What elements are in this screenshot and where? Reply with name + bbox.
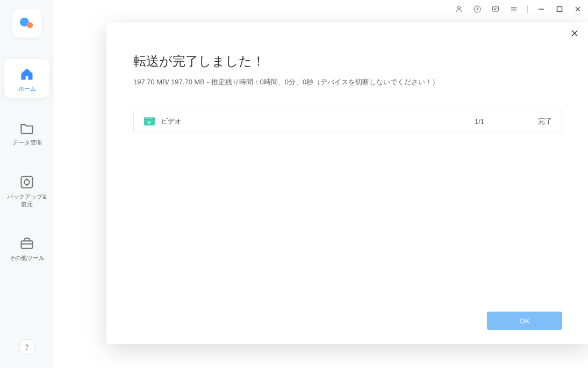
- dialog-subtitle: 197.70 MB/ 197.70 MB - 推定残り時間：0時間、0分、0秒（…: [133, 77, 562, 87]
- backup-icon: [19, 175, 34, 190]
- svg-point-1: [27, 22, 33, 28]
- video-icon: [144, 116, 155, 127]
- nav-data-label: データ管理: [12, 139, 42, 146]
- modal-overlay: 転送が完了しました！ 197.70 MB/ 197.70 MB - 推定残り時間…: [54, 0, 588, 368]
- svg-point-4: [26, 349, 27, 349]
- nav-data[interactable]: データ管理: [4, 113, 49, 151]
- svg-rect-3: [21, 241, 33, 249]
- folder-icon: [19, 120, 34, 135]
- ok-button[interactable]: OK: [487, 312, 562, 330]
- svg-point-12: [146, 118, 147, 119]
- nav-home-label: ホーム: [18, 85, 36, 92]
- svg-rect-2: [21, 176, 33, 187]
- sidebar: ホーム データ管理 バックアップ& 復元 その他ツール: [0, 0, 54, 368]
- transfer-item-name: ビデオ: [161, 117, 182, 126]
- svg-point-14: [149, 118, 150, 119]
- transfer-item-count: 1/1: [475, 118, 484, 126]
- nav-backup-label: バックアップ& 復元: [7, 193, 46, 208]
- help-button[interactable]: [19, 339, 35, 355]
- dialog-close-button[interactable]: [569, 27, 580, 39]
- dialog-title: 転送が完了しました！: [133, 53, 562, 70]
- main-area: ング 3 転送が完了しました！ 197.70 MB/ 197.70 MB - 推…: [54, 0, 588, 368]
- nav-backup[interactable]: バックアップ& 復元: [4, 167, 49, 214]
- nav-home[interactable]: ホーム: [4, 59, 49, 98]
- home-icon: [19, 67, 34, 82]
- svg-point-15: [152, 118, 153, 119]
- toolbox-icon: [19, 236, 34, 251]
- svg-point-13: [147, 118, 148, 119]
- transfer-item-row: ビデオ 1/1 完了: [133, 111, 562, 132]
- app-logo: [12, 9, 41, 38]
- transfer-complete-dialog: 転送が完了しました！ 197.70 MB/ 197.70 MB - 推定残り時間…: [106, 23, 588, 344]
- transfer-item-status: 完了: [538, 117, 552, 126]
- nav-tools[interactable]: その他ツール: [4, 228, 49, 267]
- nav-tools-label: その他ツール: [9, 254, 45, 262]
